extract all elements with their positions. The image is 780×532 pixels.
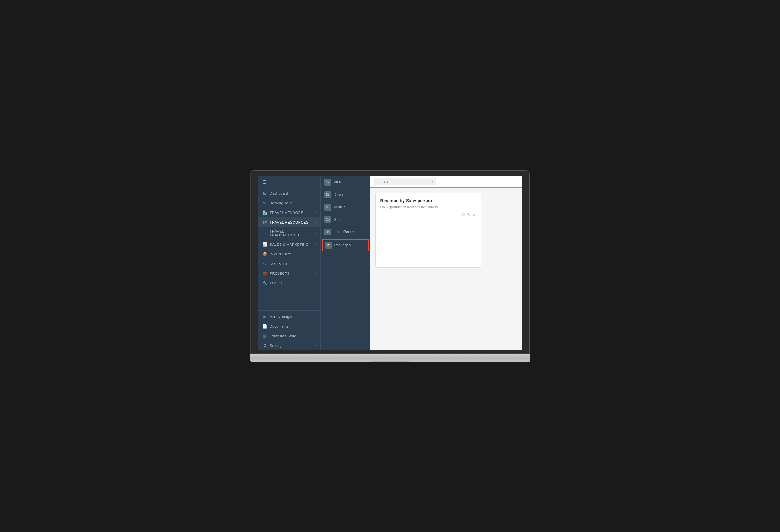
- visa-avatar: Vi: [325, 179, 331, 185]
- sidebar-item-label: INVENTORY: [270, 252, 312, 256]
- chevron-right-icon: ›: [315, 281, 316, 285]
- flyout-item-packages[interactable]: 📦 Packages: [322, 239, 369, 251]
- flyout-item-hotel-rooms[interactable]: Ho Hotel Rooms: [321, 226, 370, 238]
- sales-marketing-icon: 📈: [262, 242, 267, 247]
- main-area: ▾ Revenue by Salesperson No Opportunitie…: [370, 176, 522, 351]
- sidebar-item-travel-transactions[interactable]: ↔ TRAVEL TRANSACTIONS ›: [258, 227, 320, 240]
- projects-icon: 💼: [262, 271, 267, 276]
- support-icon: ⊙: [262, 261, 267, 266]
- sidebar-item-label: Settings: [270, 344, 312, 348]
- screen-bezel: ☰ ⊞ Dashboard ✈ Booking Tour �: [250, 170, 530, 354]
- search-input[interactable]: [377, 179, 430, 184]
- sidebar-item-label: TRAVEL RESOURCES: [270, 220, 312, 224]
- inventory-icon: 📦: [262, 252, 267, 256]
- hamburger-icon[interactable]: ☰: [262, 179, 267, 185]
- sidebar-item-label: Documents: [270, 325, 316, 328]
- flyout-item-label: Visa: [334, 180, 341, 184]
- hotel-rooms-avatar: Ho: [325, 229, 331, 235]
- sidebar-header: ☰: [258, 176, 320, 189]
- sidebar-item-label: TRAVEL TRANSACTIONS: [270, 229, 312, 237]
- chevron-right-icon: ›: [315, 243, 316, 246]
- chevron-right-icon: ›: [315, 344, 316, 347]
- widget-title: Revenue by Salesperson: [381, 198, 476, 203]
- flyout-item-label: Hotel Rooms: [334, 230, 355, 234]
- chevron-right-icon: ›: [315, 272, 316, 275]
- documents-icon: 📄: [262, 324, 267, 329]
- sidebar-item-inventory[interactable]: 📦 INVENTORY ›: [258, 249, 320, 259]
- travel-transactions-icon: ↔: [262, 231, 267, 236]
- flyout-item-label: Vehicle: [334, 205, 346, 209]
- flyout-item-label: Packages: [334, 243, 351, 247]
- search-dropdown-icon[interactable]: ▾: [432, 179, 434, 183]
- sidebar-item-support[interactable]: ⊙ SUPPORT ›: [258, 259, 320, 268]
- guide-avatar: Gu: [325, 216, 331, 223]
- sidebar-item-tools[interactable]: 🔧 TOOLS ›: [258, 278, 320, 288]
- trackpad: [372, 361, 409, 362]
- flyout-panel: Vi Visa Dr Driver Ve Vehicle Gu Guide: [320, 176, 370, 351]
- chevron-right-icon: ›: [315, 262, 316, 265]
- laptop-base: [250, 354, 530, 362]
- search-container[interactable]: ▾: [374, 178, 436, 185]
- sidebar-item-documents[interactable]: 📄 Documents: [258, 321, 320, 331]
- sidebar-item-travel-vendors[interactable]: 🏪 TRAVEL VENDORS ›: [258, 208, 320, 217]
- flyout-item-label: Guide: [334, 217, 344, 222]
- sidebar-item-sales-marketing[interactable]: 📈 SALES & MARKETING ›: [258, 240, 320, 249]
- chevron-right-icon: ›: [315, 221, 316, 224]
- sidebar-item-dashboard[interactable]: ⊞ Dashboard: [258, 189, 320, 198]
- app-container: ☰ ⊞ Dashboard ✈ Booking Tour �: [258, 176, 522, 351]
- travel-resources-icon: 🗺: [262, 220, 267, 225]
- sidebar-item-label: SALES & MARKETING: [270, 243, 312, 246]
- sidebar-item-label: Extension Store: [270, 334, 316, 338]
- widget-refresh-icon[interactable]: ↻: [467, 212, 471, 217]
- chevron-right-icon: ›: [315, 232, 316, 235]
- sidebar-item-label: PROJECTS: [270, 272, 312, 275]
- chevron-right-icon: ›: [315, 253, 316, 256]
- booking-tour-icon: ✈: [262, 201, 267, 205]
- revenue-widget: Revenue by Salesperson No Opportunities …: [375, 193, 481, 268]
- laptop-screen: ☰ ⊞ Dashboard ✈ Booking Tour �: [258, 176, 522, 351]
- flyout-item-visa[interactable]: Vi Visa: [321, 176, 370, 189]
- dashboard-icon: ⊞: [262, 191, 267, 196]
- sidebar-item-label: SUPPORT: [270, 262, 312, 266]
- sidebar-item-label: Mail Manager: [270, 315, 316, 319]
- flyout-item-driver[interactable]: Dr Driver: [321, 189, 370, 201]
- settings-icon: ⚙: [262, 343, 267, 348]
- chevron-right-icon: ›: [315, 211, 316, 214]
- flyout-item-label: Driver: [334, 193, 344, 197]
- travel-vendors-icon: 🏪: [262, 210, 267, 215]
- sidebar: ☰ ⊞ Dashboard ✈ Booking Tour �: [258, 176, 320, 351]
- sidebar-bottom: ✉ Mail Manager 📄 Documents 🛒 Extension S…: [258, 310, 320, 351]
- widget-close-icon[interactable]: ✕: [473, 212, 476, 217]
- sidebar-item-settings[interactable]: ⚙ Settings ›: [258, 341, 320, 351]
- mail-manager-icon: ✉: [262, 314, 267, 319]
- packages-avatar: 📦: [325, 242, 332, 249]
- driver-avatar: Dr: [325, 191, 331, 198]
- sidebar-item-mail-manager[interactable]: ✉ Mail Manager: [258, 312, 320, 321]
- sidebar-item-label: Booking Tour: [270, 201, 316, 205]
- extension-store-icon: 🛒: [262, 333, 267, 338]
- sidebar-item-travel-resources[interactable]: 🗺 TRAVEL RESOURCES ›: [258, 217, 320, 227]
- sidebar-item-extension-store[interactable]: 🛒 Extension Store: [258, 331, 320, 341]
- sidebar-nav: ⊞ Dashboard ✈ Booking Tour 🏪 TRAVEL VEND…: [258, 189, 320, 310]
- sidebar-item-projects[interactable]: 💼 PROJECTS ›: [258, 268, 320, 278]
- dashboard-content: Revenue by Salesperson No Opportunities …: [370, 188, 522, 351]
- flyout-item-vehicle[interactable]: Ve Vehicle: [321, 201, 370, 213]
- widget-subtitle: No Opportunities matched this criteria: [381, 205, 476, 209]
- sidebar-item-label: TRAVEL VENDORS: [270, 211, 312, 215]
- sidebar-item-booking-tour[interactable]: ✈ Booking Tour: [258, 198, 320, 208]
- flyout-item-guide[interactable]: Gu Guide: [321, 213, 370, 226]
- widget-settings-icon[interactable]: ⚙: [461, 212, 465, 217]
- tools-icon: 🔧: [262, 281, 267, 285]
- laptop-wrapper: ☰ ⊞ Dashboard ✈ Booking Tour �: [250, 170, 530, 362]
- widget-footer: ⚙ ↻ ✕: [381, 212, 476, 217]
- top-bar: ▾: [370, 176, 522, 188]
- sidebar-item-label: TOOLS: [270, 281, 312, 285]
- sidebar-item-label: Dashboard: [270, 192, 316, 195]
- vehicle-avatar: Ve: [325, 204, 331, 211]
